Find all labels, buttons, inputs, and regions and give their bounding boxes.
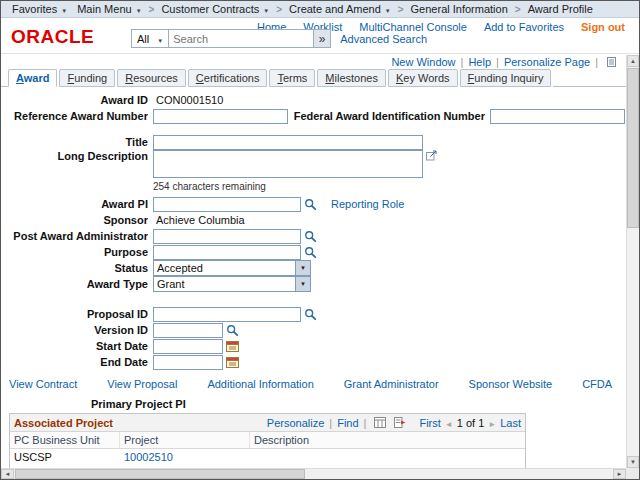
sponsor-website-link[interactable]: Sponsor Website: [469, 378, 553, 390]
award-pi-field[interactable]: [153, 197, 301, 212]
previous-row-icon[interactable]: [445, 417, 453, 429]
calendar-icon[interactable]: [226, 340, 239, 352]
copy-url-icon[interactable]: [606, 56, 617, 68]
new-window-link[interactable]: New Window: [391, 56, 455, 68]
cell-description: [250, 449, 525, 453]
grid-column-headers: PC Business Unit Project Description: [10, 432, 525, 449]
grant-administrator-link[interactable]: Grant Administrator: [344, 378, 439, 390]
tab-award[interactable]: Award: [8, 69, 57, 87]
breadcrumb-general-information[interactable]: General Information: [406, 3, 513, 15]
breadcrumb-award-profile[interactable]: Award Profile: [523, 3, 598, 15]
vertical-scrollbar-thumb[interactable]: [627, 68, 639, 228]
lookup-icon[interactable]: [304, 308, 317, 321]
status-label: Status: [1, 262, 153, 274]
personalize-page-link[interactable]: Personalize Page: [504, 56, 590, 68]
award-id-value: CON0001510: [153, 94, 223, 106]
cfda-link[interactable]: CFDA: [582, 378, 612, 390]
end-date-field[interactable]: [153, 355, 223, 370]
award-type-dropdown[interactable]: Grant: [153, 276, 311, 292]
proposal-id-field[interactable]: [153, 307, 301, 322]
purpose-label: Purpose: [1, 246, 153, 258]
long-description-row: Long Description: [1, 150, 625, 178]
tab-certifications[interactable]: Certifications: [188, 69, 268, 87]
advanced-search-link[interactable]: Advanced Search: [340, 33, 427, 45]
breadcrumb: Favorites Main Menu Customer Contracts C…: [1, 1, 639, 18]
breadcrumb-customer-contracts[interactable]: Customer Contracts: [156, 3, 274, 15]
tab-resources[interactable]: Resources: [117, 69, 186, 87]
end-date-row: End Date: [1, 354, 625, 370]
view-proposal-link[interactable]: View Proposal: [107, 378, 177, 390]
long-description-field[interactable]: [153, 150, 423, 178]
breadcrumb-label: Main Menu: [77, 3, 131, 15]
divider: |: [595, 56, 598, 68]
version-id-label: Version ID: [1, 324, 153, 336]
reference-federal-row: Reference Award Number Federal Award Ide…: [1, 108, 625, 124]
next-row-icon[interactable]: [488, 417, 496, 429]
caret-down-icon: [157, 33, 163, 45]
search-go-button[interactable]: [314, 29, 331, 48]
status-dropdown[interactable]: Accepted: [153, 260, 311, 276]
tab-terms[interactable]: Terms: [269, 69, 315, 87]
scroll-right-icon[interactable]: [613, 469, 626, 479]
column-header-pc-business-unit: PC Business Unit: [10, 432, 120, 448]
lookup-icon[interactable]: [304, 230, 317, 243]
additional-information-link[interactable]: Additional Information: [207, 378, 313, 390]
post-award-administrator-label: Post Award Administrator: [1, 230, 153, 242]
breadcrumb-main-menu[interactable]: Main Menu: [72, 3, 146, 15]
nav-add-to-favorites-link[interactable]: Add to Favorites: [484, 21, 564, 33]
search-input[interactable]: [169, 29, 314, 48]
status-row: Status Accepted: [1, 260, 625, 276]
title-field[interactable]: [153, 135, 423, 150]
breadcrumb-favorites[interactable]: Favorites: [7, 3, 72, 15]
tab-funding-inquiry[interactable]: Funding Inquiry: [460, 69, 552, 87]
lookup-icon[interactable]: [304, 246, 317, 259]
purpose-field[interactable]: [153, 245, 301, 260]
horizontal-scrollbar[interactable]: [1, 468, 626, 479]
sign-out-link[interactable]: Sign out: [581, 21, 625, 33]
lookup-icon[interactable]: [226, 324, 239, 337]
award-id-row: Award ID CON0001510: [1, 92, 625, 108]
title-row: Title: [1, 134, 625, 150]
help-link[interactable]: Help: [468, 56, 491, 68]
start-date-field[interactable]: [153, 339, 223, 354]
purpose-row: Purpose: [1, 244, 625, 260]
version-id-row: Version ID: [1, 322, 625, 338]
find-link[interactable]: Find: [337, 417, 358, 429]
scroll-left-icon[interactable]: [1, 469, 14, 479]
download-icon[interactable]: [394, 417, 406, 428]
federal-award-id-number-label: Federal Award Identification Number: [288, 110, 490, 122]
view-contract-link[interactable]: View Contract: [9, 378, 77, 390]
pager-last-link[interactable]: Last: [500, 417, 521, 429]
horizontal-scrollbar-thumb[interactable]: [15, 469, 305, 479]
scroll-down-icon[interactable]: [627, 456, 639, 468]
breadcrumb-create-and-amend[interactable]: Create and Amend: [284, 3, 396, 15]
post-award-administrator-field[interactable]: [153, 229, 301, 244]
column-header-project: Project: [120, 432, 250, 448]
tab-key-words[interactable]: Key Words: [388, 69, 458, 87]
vertical-scrollbar[interactable]: [626, 55, 639, 468]
associated-project-grid: Associated Project Personalize | Find | …: [9, 413, 526, 472]
reference-award-number-field[interactable]: [153, 109, 288, 124]
expand-icon[interactable]: [426, 150, 437, 161]
header: ORACLE Home Worklist MultiChannel Consol…: [1, 18, 639, 54]
tab-milestones[interactable]: Milestones: [317, 69, 386, 87]
version-id-field[interactable]: [153, 323, 223, 338]
pager-first-link[interactable]: First: [419, 417, 440, 429]
primary-project-pi-label: Primary Project PI: [91, 398, 639, 410]
caret-down-icon: [61, 3, 67, 15]
caret-down-icon: [136, 3, 142, 15]
search-scope-dropdown[interactable]: All: [131, 29, 169, 48]
breadcrumb-label: Customer Contracts: [161, 3, 259, 15]
tab-funding[interactable]: Funding: [59, 69, 115, 87]
calendar-icon[interactable]: [226, 356, 239, 368]
reporting-role-link[interactable]: Reporting Role: [331, 198, 404, 210]
related-links-row: View Contract View Proposal Additional I…: [1, 378, 639, 390]
scroll-up-icon[interactable]: [627, 55, 639, 67]
personalize-link[interactable]: Personalize: [267, 417, 324, 429]
project-link[interactable]: 10002510: [124, 451, 173, 463]
federal-award-id-number-field[interactable]: [490, 109, 625, 124]
column-header-description: Description: [250, 432, 525, 448]
lookup-icon[interactable]: [304, 198, 317, 211]
view-all-grid-icon[interactable]: [374, 417, 386, 428]
grid-toolbar: Personalize | Find | First 1 of 1 Last: [267, 417, 521, 429]
